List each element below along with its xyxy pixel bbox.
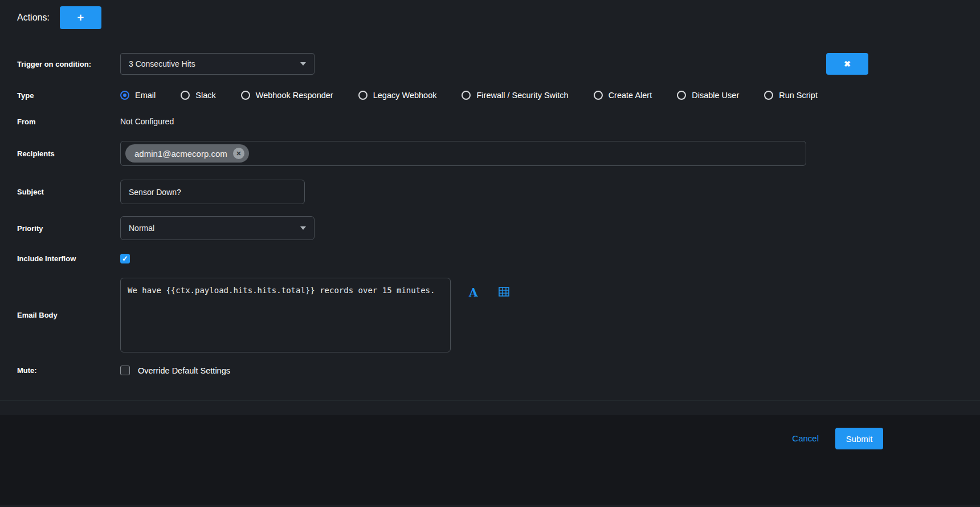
plus-icon: + bbox=[77, 11, 84, 25]
radio-option-run-script[interactable]: Run Script bbox=[764, 91, 818, 100]
priority-select[interactable]: Normal bbox=[120, 216, 315, 240]
type-label: Type bbox=[17, 91, 120, 100]
mute-override-checkbox[interactable]: ✓ bbox=[120, 366, 130, 375]
cancel-button[interactable]: Cancel bbox=[792, 433, 819, 443]
from-label: From bbox=[17, 117, 120, 126]
mute-label: Mute: bbox=[17, 366, 120, 375]
chevron-down-icon bbox=[300, 62, 306, 66]
type-row: Type Email Slack Webhook Responder Legac… bbox=[17, 91, 980, 100]
radio-option-webhook-responder[interactable]: Webhook Responder bbox=[241, 91, 333, 100]
radio-option-firewall-security-switch[interactable]: Firewall / Security Switch bbox=[462, 91, 568, 100]
radio-icon bbox=[241, 91, 250, 100]
subject-row: Subject bbox=[17, 180, 980, 204]
table-icon[interactable] bbox=[499, 287, 509, 297]
email-body-toolbar: A bbox=[469, 286, 509, 299]
radio-icon bbox=[764, 91, 773, 100]
recipients-row: Recipients admin1@acmecorp.com ✕ bbox=[17, 141, 980, 166]
action-config-panel: Actions: + Trigger on condition: 3 Conse… bbox=[0, 0, 980, 507]
mute-checkbox-label: Override Default Settings bbox=[138, 366, 230, 375]
remove-action-button[interactable]: ✖ bbox=[826, 53, 868, 75]
radio-icon bbox=[358, 91, 368, 100]
include-interflow-checkbox[interactable]: ✓ bbox=[120, 254, 130, 263]
radio-icon bbox=[462, 91, 471, 100]
recipient-chip: admin1@acmecorp.com ✕ bbox=[125, 144, 249, 163]
check-icon: ✓ bbox=[122, 255, 128, 262]
type-radio-group: Email Slack Webhook Responder Legacy Web… bbox=[120, 91, 818, 100]
subject-input[interactable] bbox=[120, 180, 305, 204]
radio-option-disable-user[interactable]: Disable User bbox=[677, 91, 739, 100]
actions-label: Actions: bbox=[17, 13, 50, 23]
include-interflow-label: Include Interflow bbox=[17, 254, 120, 263]
email-body-label: Email Body bbox=[17, 311, 120, 319]
add-action-button[interactable]: + bbox=[60, 6, 101, 29]
action-form: Trigger on condition: 3 Consecutive Hits… bbox=[0, 53, 980, 375]
radio-option-create-alert[interactable]: Create Alert bbox=[594, 91, 652, 100]
footer-bar: Cancel Submit bbox=[0, 415, 980, 505]
radio-option-legacy-webhook[interactable]: Legacy Webhook bbox=[358, 91, 437, 100]
trigger-condition-value: 3 Consecutive Hits bbox=[129, 59, 195, 68]
radio-option-email[interactable]: Email bbox=[120, 91, 156, 100]
email-body-textarea[interactable]: We have {{ctx.payload.hits.hits.total}} … bbox=[120, 278, 451, 352]
radio-option-slack[interactable]: Slack bbox=[181, 91, 215, 100]
submit-button[interactable]: Submit bbox=[835, 428, 883, 449]
footer-spacer bbox=[0, 400, 980, 415]
recipients-input[interactable]: admin1@acmecorp.com ✕ bbox=[120, 141, 806, 166]
chevron-down-icon bbox=[300, 226, 306, 230]
priority-label: Priority bbox=[17, 224, 120, 233]
subject-label: Subject bbox=[17, 188, 120, 196]
from-row: From Not Configured bbox=[17, 117, 980, 126]
recipient-chip-label: admin1@acmecorp.com bbox=[134, 149, 227, 159]
radio-icon bbox=[181, 91, 190, 100]
trigger-condition-label: Trigger on condition: bbox=[17, 60, 120, 68]
radio-icon bbox=[677, 91, 686, 100]
include-interflow-row: Include Interflow ✓ bbox=[17, 254, 980, 263]
trigger-condition-select[interactable]: 3 Consecutive Hits bbox=[120, 53, 315, 75]
mute-row: Mute: ✓ Override Default Settings bbox=[17, 366, 980, 375]
priority-row: Priority Normal bbox=[17, 216, 980, 240]
trigger-condition-row: Trigger on condition: 3 Consecutive Hits… bbox=[17, 53, 980, 75]
radio-icon bbox=[594, 91, 603, 100]
close-icon: ✖ bbox=[844, 59, 851, 68]
recipients-label: Recipients bbox=[17, 149, 120, 158]
actions-header: Actions: + bbox=[0, 0, 980, 29]
font-format-icon[interactable]: A bbox=[469, 286, 478, 299]
email-body-row: Email Body We have {{ctx.payload.hits.hi… bbox=[17, 278, 980, 352]
from-value: Not Configured bbox=[120, 117, 174, 126]
priority-value: Normal bbox=[129, 224, 154, 233]
remove-recipient-icon[interactable]: ✕ bbox=[233, 148, 244, 159]
radio-icon bbox=[120, 91, 129, 100]
